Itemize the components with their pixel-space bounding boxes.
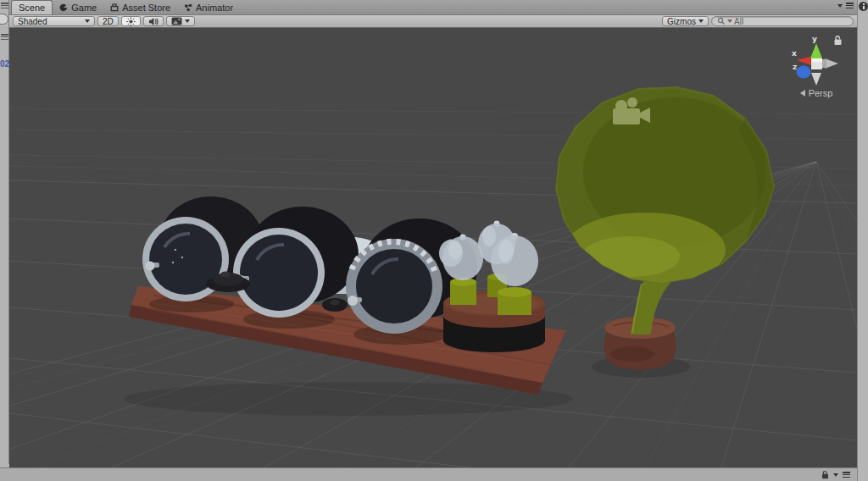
tab-menu-icon[interactable] (846, 3, 854, 8)
panel-menu-icon[interactable] (843, 472, 850, 478)
left-docked-panel-sliver[interactable]: 02 (0, 0, 9, 464)
sun-icon (126, 17, 136, 26)
animator-icon (184, 3, 192, 12)
tab-asset-store[interactable]: Asset Store (103, 0, 177, 14)
axis-x-cone[interactable] (797, 57, 811, 65)
tab-dropdown-icon[interactable] (837, 4, 843, 8)
projection-label: Persp (809, 88, 833, 98)
tab-label: Scene (19, 3, 45, 13)
tab-animator[interactable]: Animator (177, 0, 240, 14)
menu-icon[interactable] (1, 34, 8, 40)
scene-viewport[interactable]: y x z Persp (9, 28, 857, 467)
bottom-status-strip (0, 467, 857, 481)
axis-y-cone[interactable] (810, 43, 822, 58)
unity-editor-window: 02 Scene Game Asset Store (0, 0, 868, 481)
2d-label: 2D (103, 17, 114, 26)
projection-toggle[interactable]: Persp (782, 88, 850, 98)
search-filter-caret-icon[interactable] (727, 19, 732, 23)
chevron-down-icon (698, 19, 704, 23)
lock-icon[interactable] (821, 470, 829, 479)
right-docked-panel-sliver[interactable] (857, 0, 868, 481)
gizmos-dropdown[interactable]: Gizmos (662, 16, 709, 26)
scene-canvas[interactable] (9, 28, 857, 467)
game-icon (59, 3, 68, 12)
chevron-down-icon (185, 19, 190, 23)
tab-game[interactable]: Game (53, 0, 103, 14)
image-icon (171, 17, 182, 25)
2d-toggle-button[interactable]: 2D (97, 16, 119, 26)
scene-view-toolbar: Shaded 2D (9, 15, 857, 28)
search-icon (717, 17, 726, 25)
axis-cone-gray-down[interactable] (811, 73, 821, 86)
chevron-down-icon (85, 19, 90, 23)
menu-icon[interactable] (1, 3, 8, 8)
search-value: All (734, 17, 743, 26)
tab-label: Game (71, 3, 97, 13)
axis-cone-gray-right[interactable] (825, 58, 838, 69)
axis-x-label: x (792, 49, 797, 58)
axis-y-label: y (812, 35, 817, 43)
scene-search-input[interactable]: All (711, 16, 854, 26)
search-pill-fragment (0, 14, 8, 25)
horn-bell[interactable] (556, 87, 774, 287)
tab-label: Asset Store (122, 3, 170, 13)
tab-scene[interactable]: Scene (11, 0, 53, 14)
asset-store-icon (110, 3, 119, 12)
lock-icon[interactable] (833, 35, 843, 46)
shading-mode-label: Shaded (18, 17, 47, 26)
scene-audio-toggle[interactable] (143, 16, 164, 26)
axis-z-cone[interactable] (797, 66, 811, 79)
scene-effects-toggle[interactable] (166, 16, 195, 26)
shading-mode-dropdown[interactable]: Shaded (13, 16, 95, 26)
view-tab-bar: Scene Game Asset Store Animator (9, 0, 857, 15)
panel-dropdown-icon[interactable] (833, 473, 838, 477)
tab-label: Animator (196, 3, 233, 13)
left-panel-badge: 02 (0, 59, 9, 69)
gizmos-label: Gizmos (667, 17, 696, 26)
small-knob[interactable] (322, 298, 348, 312)
persp-arrow-icon (800, 90, 805, 97)
speaker-icon (148, 17, 159, 26)
info-icon[interactable] (859, 2, 868, 11)
scene-lighting-toggle[interactable] (121, 16, 141, 26)
horn-speaker-object[interactable] (556, 87, 774, 370)
axis-z-label: z (793, 63, 797, 71)
